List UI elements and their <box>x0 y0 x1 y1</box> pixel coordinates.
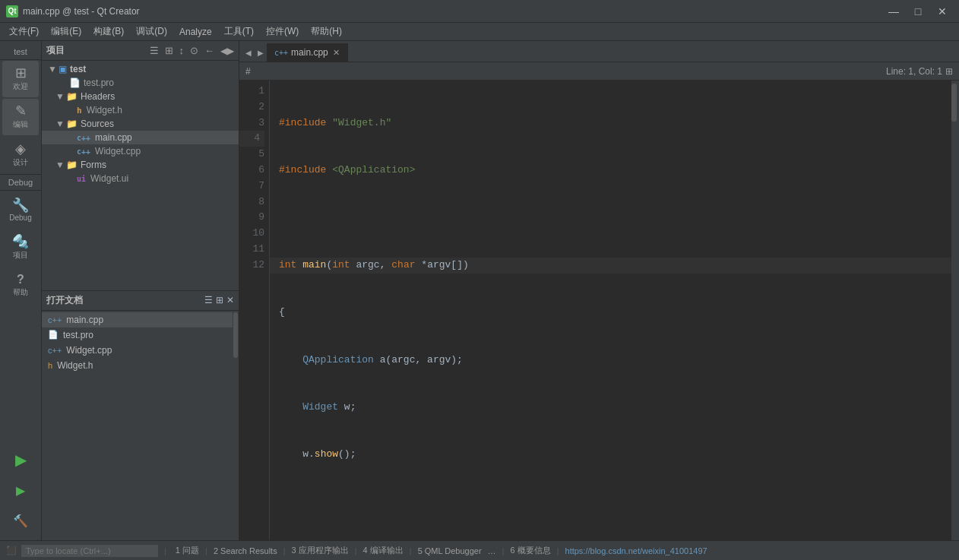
collapse-icon[interactable]: ↕ <box>178 44 186 57</box>
menu-build[interactable]: 构建(B) <box>87 24 130 40</box>
status-sep-7: | <box>557 546 559 555</box>
menu-bar: 文件(F) 编辑(E) 构建(B) 调试(D) Analyze 工具(T) 控件… <box>0 23 959 41</box>
code-line-1: #include "Widget.h" <box>279 115 942 131</box>
expand-test[interactable]: ▼ <box>48 64 59 74</box>
doc-item-widget-cpp[interactable]: c++ Widget.cpp <box>42 343 239 358</box>
menu-analyze[interactable]: Analyze <box>173 25 218 39</box>
sidebar-test-tab[interactable]: test <box>0 44 41 60</box>
tree-item-widget-h[interactable]: h Widget.h <box>42 103 239 117</box>
pro-file-icon: 📄 <box>69 78 81 88</box>
sidebar-btn-design[interactable]: ◈ 设计 <box>2 137 39 173</box>
status-url[interactable]: https://blog.csdn.net/weixin_41001497 <box>562 545 711 557</box>
tab-main-cpp[interactable]: c++ main.cpp ✕ <box>267 43 348 62</box>
status-overview[interactable]: 6 概要信息 <box>507 543 553 558</box>
status-app-output[interactable]: 3 应用程序输出 <box>289 543 352 558</box>
open-docs-filter-icon[interactable]: ☰ <box>204 295 213 305</box>
open-docs-close-icon[interactable]: ✕ <box>226 295 234 305</box>
menu-widgets[interactable]: 控件(W) <box>260 24 305 40</box>
menu-debug[interactable]: 调试(D) <box>130 24 173 40</box>
open-docs-list: c++ main.cpp 📄 test.pro c++ Widget.cpp h… <box>42 311 239 541</box>
sync-icon[interactable]: ⊞ <box>163 44 175 57</box>
tree-item-widget-cpp[interactable]: c++ Widget.cpp <box>42 144 239 158</box>
code-line-7: Widget w; <box>279 400 942 416</box>
expand-sources[interactable]: ▼ <box>55 119 66 129</box>
headers-folder-icon: 📁 <box>66 91 78 102</box>
debug-run-button[interactable]: ▶︎ <box>5 476 36 504</box>
folder-icon: ▣ <box>59 64 67 74</box>
tree-label-headers: Headers <box>81 91 115 102</box>
menu-help[interactable]: 帮助(H) <box>305 24 348 40</box>
status-compile-output[interactable]: 4 编译输出 <box>360 543 407 558</box>
nav-left[interactable]: ◀ <box>220 46 227 56</box>
doc-item-widget-h[interactable]: h Widget.h <box>42 358 239 373</box>
doc-item-main-cpp[interactable]: c++ main.cpp <box>42 312 239 327</box>
line-num-7: 7 <box>239 179 264 195</box>
tree-label-widget-h: Widget.h <box>87 105 122 115</box>
tree-item-test[interactable]: ▼ ▣ test <box>42 62 239 76</box>
menu-file[interactable]: 文件(F) <box>3 24 45 40</box>
run-button[interactable]: ▶ <box>5 446 36 473</box>
tree-item-forms[interactable]: ▼ 📁 Forms <box>42 158 239 172</box>
tree-label-widget-ui: Widget.ui <box>90 173 128 184</box>
status-sep-2: | <box>205 546 207 555</box>
tab-close-main[interactable]: ✕ <box>333 48 340 58</box>
tree-item-main-cpp[interactable]: c++ main.cpp <box>42 131 239 144</box>
sidebar-btn-project[interactable]: 🔩 项目 <box>2 229 39 266</box>
tree-item-sources[interactable]: ▼ 📁 Sources <box>42 117 239 131</box>
sidebar-btn-debug[interactable]: 🔧 Debug <box>2 191 39 228</box>
line-num-5: 5 <box>239 147 264 163</box>
tab-cpp-icon: c++ <box>274 49 288 57</box>
code-line-5: { <box>279 305 942 321</box>
editor-scrollbar[interactable] <box>951 81 959 540</box>
tree-item-widget-ui[interactable]: ui Widget.ui <box>42 172 239 185</box>
close-button[interactable]: ✕ <box>932 4 953 19</box>
tree-item-test-pro[interactable]: 📄 test.pro <box>42 76 239 90</box>
open-docs-scrollbar <box>233 311 239 541</box>
ui-file-icon: ui <box>77 175 86 183</box>
line-num-1: 1 <box>239 84 264 100</box>
sidebar-btn-edit[interactable]: ✎ 编辑 <box>2 99 39 135</box>
project-panel-title: 项目 <box>46 44 148 57</box>
status-sep-4: | <box>355 546 357 555</box>
expand-headers[interactable]: ▼ <box>55 91 66 102</box>
expand-forms[interactable]: ▼ <box>55 160 66 170</box>
line-num-11: 11 <box>239 242 264 258</box>
back-icon[interactable]: ← <box>203 44 216 57</box>
nav-right[interactable]: ▶ <box>227 46 234 56</box>
status-more[interactable]: … <box>488 546 496 555</box>
locate-input[interactable] <box>21 545 158 557</box>
status-bar: ⬛ | 1 问题 | 2 Search Results | 3 应用程序输出 |… <box>0 540 959 560</box>
h-file-icon: h <box>77 106 82 115</box>
welcome-icon: ⊞ <box>15 66 27 80</box>
app-icon: Qt <box>6 5 18 17</box>
menu-tools[interactable]: 工具(T) <box>218 24 260 40</box>
open-docs-layout-icon[interactable]: ⊞ <box>216 295 223 305</box>
minimize-button[interactable]: — <box>883 4 904 19</box>
tab-nav-right[interactable]: ▶ <box>255 43 267 62</box>
build-button[interactable]: 🔨 <box>5 507 36 534</box>
tree-item-headers[interactable]: ▼ 📁 Headers <box>42 90 239 103</box>
tab-nav-left[interactable]: ◀ <box>242 43 255 62</box>
doc-icon-main: c++ <box>48 315 62 324</box>
sidebar-btn-welcome[interactable]: ⊞ 欢迎 <box>2 61 39 97</box>
split-view-icon[interactable]: ⊞ <box>945 66 953 77</box>
doc-item-test-pro[interactable]: 📄 test.pro <box>42 327 239 343</box>
sidebar-debug-tab[interactable]: Debug <box>0 174 41 191</box>
maximize-button[interactable]: □ <box>907 4 929 19</box>
filter-icon[interactable]: ☰ <box>148 44 160 57</box>
help-icon: ? <box>17 274 24 286</box>
code-content[interactable]: #include "Widget.h" #include <QApplicati… <box>270 81 951 540</box>
settings-icon[interactable]: ⊙ <box>188 44 200 57</box>
status-search-results[interactable]: 2 Search Results <box>210 545 280 557</box>
scrollbar-thumb <box>951 84 957 122</box>
breadcrumb-hash: # <box>245 66 251 77</box>
status-qml-debugger[interactable]: 5 QML Debugger <box>415 545 485 557</box>
debug-icon: 🔧 <box>12 198 29 212</box>
editor-area: ◀ ▶ c++ main.cpp ✕ # Line: 1, Col: 1 ⊞ 1 <box>239 41 959 540</box>
open-docs-panel: 打开文档 ☰ ⊞ ✕ c++ main.cpp 📄 test.pro <box>42 291 239 541</box>
menu-edit[interactable]: 编辑(E) <box>45 24 87 40</box>
tab-label-main-cpp: main.cpp <box>291 47 328 58</box>
sidebar-btn-help[interactable]: ? 帮助 <box>2 267 39 304</box>
code-editor[interactable]: 1 2 3 4 5 6 7 8 9 10 11 12 #include "Wid… <box>239 81 959 540</box>
status-problems[interactable]: 1 问题 <box>172 543 202 558</box>
